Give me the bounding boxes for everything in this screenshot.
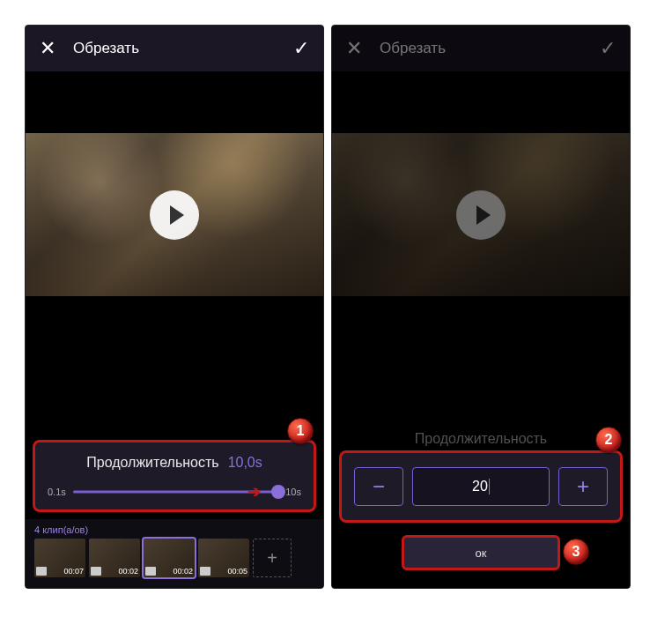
- clip-time: 00:07: [63, 567, 84, 576]
- ok-button[interactable]: ок: [402, 535, 560, 570]
- clip-thumb-active[interactable]: 00:02: [144, 539, 195, 577]
- slider-thumb[interactable]: [271, 485, 285, 499]
- duration-panel: 1 Продолжительность 10,0s 0.1s ➔ 10s: [33, 440, 316, 512]
- close-icon[interactable]: ✕: [346, 37, 362, 60]
- clip-thumb[interactable]: 00:05: [198, 539, 249, 577]
- image-icon: [200, 567, 210, 576]
- clip-time: 00:02: [118, 567, 138, 576]
- increment-button[interactable]: +: [558, 467, 608, 506]
- callout-badge-2: 2: [595, 427, 622, 453]
- topbar: ✕ Обрезать ✓: [332, 26, 630, 71]
- clip-thumb[interactable]: 00:07: [34, 539, 85, 577]
- image-icon: [145, 567, 156, 576]
- clip-time: 00:05: [227, 567, 247, 576]
- slider-min-label: 0.1s: [48, 487, 66, 497]
- decrement-button[interactable]: −: [354, 467, 403, 506]
- slider-max-label: 10s: [285, 487, 301, 497]
- image-icon: [91, 567, 101, 576]
- duration-label: Продолжительность: [86, 455, 218, 471]
- check-icon[interactable]: ✓: [600, 37, 616, 60]
- stepper-panel: 2 − 20 +: [339, 450, 623, 523]
- close-icon[interactable]: ✕: [40, 37, 55, 60]
- topbar: ✕ Обрезать ✓: [26, 26, 323, 71]
- arrow-right-icon: ➔: [247, 482, 261, 502]
- clips-count: 4 клип(а/ов): [34, 524, 314, 535]
- stepper-input[interactable]: 20: [412, 467, 550, 506]
- phone-left: ✕ Обрезать ✓ 1 Продолжительность 10,0s 0…: [25, 25, 324, 589]
- page-title: Обрезать: [380, 40, 600, 57]
- play-button[interactable]: [150, 190, 199, 240]
- play-button[interactable]: [456, 190, 506, 240]
- clip-thumb[interactable]: 00:02: [89, 539, 140, 577]
- callout-badge-3: 3: [563, 539, 589, 565]
- page-title: Обрезать: [73, 40, 293, 57]
- callout-badge-1: 1: [287, 418, 314, 444]
- video-preview: [332, 133, 630, 296]
- duration-label-dimmed: Продолжительность: [332, 431, 630, 447]
- duration-value[interactable]: 10,0s: [228, 455, 262, 471]
- phone-right: ✕ Обрезать ✓ Продолжительность 2 − 20 + …: [331, 25, 631, 589]
- image-icon: [36, 567, 47, 576]
- duration-slider[interactable]: ➔: [73, 483, 278, 501]
- add-clip-button[interactable]: +: [253, 539, 292, 577]
- video-preview: [26, 133, 323, 296]
- check-icon[interactable]: ✓: [293, 37, 309, 60]
- clip-time: 00:02: [173, 567, 193, 576]
- clips-strip: 4 клип(а/ов) 00:07 00:02 00:02 00:05 +: [26, 519, 323, 588]
